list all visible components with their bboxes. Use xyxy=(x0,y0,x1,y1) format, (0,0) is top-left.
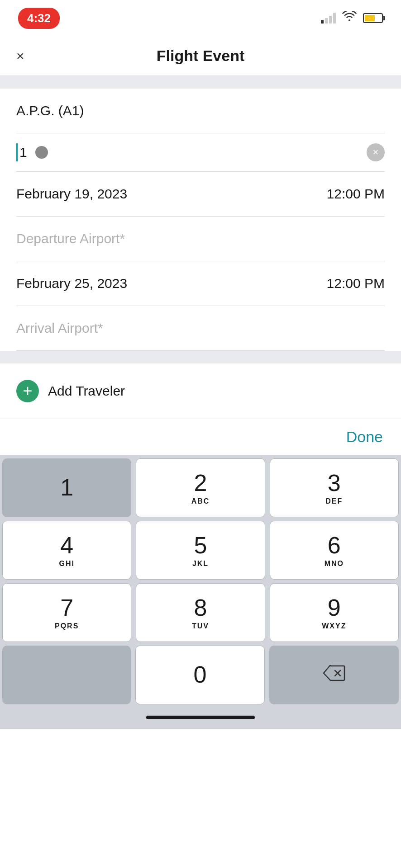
key-0[interactable]: 0 xyxy=(135,646,265,704)
key-9-number: 9 xyxy=(328,595,341,621)
key-4-letters: GHI xyxy=(59,560,74,568)
top-divider xyxy=(0,76,401,89)
key-8-letters: TUV xyxy=(192,622,209,630)
home-indicator xyxy=(0,706,401,729)
departure-airport-placeholder: Departure Airport* xyxy=(16,231,125,246)
arrival-datetime-row[interactable]: February 25, 2023 12:00 PM xyxy=(16,261,385,306)
nav-bar: × Flight Event xyxy=(0,36,401,76)
battery-icon: ⚡ xyxy=(363,13,383,23)
signal-icon xyxy=(321,13,336,24)
add-traveler-label: Add Traveler xyxy=(48,383,125,399)
key-7[interactable]: 7 PQRS xyxy=(2,583,131,642)
input-value: 1 xyxy=(19,145,27,160)
input-dot xyxy=(35,146,48,159)
numeric-keyboard: 1 2 ABC 3 DEF 4 GHI 5 JKL 6 MNO 7 PQRS xyxy=(0,455,401,706)
delete-icon xyxy=(323,665,345,685)
key-9[interactable]: 9 WXYZ xyxy=(270,583,399,642)
arrival-date: February 25, 2023 xyxy=(16,276,327,291)
clear-button[interactable]: × xyxy=(367,143,385,161)
status-bar: 4:32 ⚡ xyxy=(0,0,401,36)
key-5-letters: JKL xyxy=(192,560,209,568)
key-6-letters: MNO xyxy=(325,560,344,568)
key-4-number: 4 xyxy=(60,533,73,558)
key-8-number: 8 xyxy=(194,595,207,621)
keyboard-row-4: 0 xyxy=(0,644,401,706)
key-1[interactable]: 1 xyxy=(2,458,131,517)
key-3-letters: DEF xyxy=(325,497,343,505)
passenger-name-value: A.P.G. (A1) xyxy=(16,103,84,118)
departure-airport-field[interactable]: Departure Airport* xyxy=(16,217,385,261)
arrival-airport-placeholder: Arrival Airport* xyxy=(16,321,103,335)
home-bar xyxy=(146,716,255,719)
done-area: Done xyxy=(0,419,401,455)
status-icons: ⚡ xyxy=(321,11,383,25)
key-3-number: 3 xyxy=(328,470,341,496)
key-6[interactable]: 6 MNO xyxy=(270,521,399,580)
wifi-icon xyxy=(342,11,357,25)
key-4[interactable]: 4 GHI xyxy=(2,521,131,580)
key-9-letters: WXYZ xyxy=(322,622,346,630)
flight-number-input[interactable]: 1 × xyxy=(16,133,385,172)
close-button[interactable]: × xyxy=(16,49,24,63)
arrival-time: 12:00 PM xyxy=(327,276,385,291)
key-2[interactable]: 2 ABC xyxy=(136,458,265,517)
key-1-number: 1 xyxy=(60,475,73,500)
passenger-name-field: A.P.G. (A1) xyxy=(16,89,385,133)
keyboard-row-2: 4 GHI 5 JKL 6 MNO xyxy=(0,519,401,581)
add-traveler-icon[interactable]: + xyxy=(16,380,39,402)
middle-divider xyxy=(0,351,401,363)
form-area: A.P.G. (A1) 1 × February 19, 2023 12:00 … xyxy=(0,89,401,351)
departure-datetime-row[interactable]: February 19, 2023 12:00 PM xyxy=(16,172,385,217)
departure-time: 12:00 PM xyxy=(327,186,385,202)
key-2-letters: ABC xyxy=(191,497,210,505)
page-title: Flight Event xyxy=(157,47,245,65)
status-time: 4:32 xyxy=(18,8,60,29)
arrival-airport-field[interactable]: Arrival Airport* xyxy=(16,306,385,351)
delete-key[interactable] xyxy=(269,646,399,704)
key-3[interactable]: 3 DEF xyxy=(270,458,399,517)
key-empty xyxy=(2,646,131,704)
key-8[interactable]: 8 TUV xyxy=(136,583,265,642)
keyboard-row-3: 7 PQRS 8 TUV 9 WXYZ xyxy=(0,581,401,644)
departure-date: February 19, 2023 xyxy=(16,186,327,202)
text-cursor xyxy=(16,143,18,161)
key-0-number: 0 xyxy=(194,662,207,688)
key-2-number: 2 xyxy=(194,470,207,496)
key-5-number: 5 xyxy=(194,533,207,558)
done-button[interactable]: Done xyxy=(346,428,383,446)
add-traveler-section[interactable]: + Add Traveler xyxy=(0,363,401,419)
key-6-number: 6 xyxy=(328,533,341,558)
key-7-letters: PQRS xyxy=(55,622,79,630)
keyboard-row-1: 1 2 ABC 3 DEF xyxy=(0,457,401,519)
key-7-number: 7 xyxy=(60,595,73,621)
key-5[interactable]: 5 JKL xyxy=(136,521,265,580)
